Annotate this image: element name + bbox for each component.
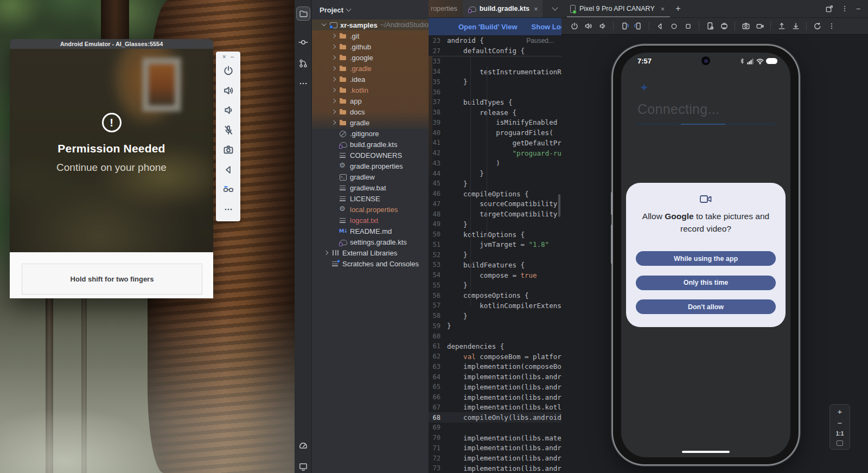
emulator-window-title: Android Emulator - AI_Glasses:5554 <box>10 39 213 49</box>
tree-item[interactable]: LICENSE <box>312 193 429 204</box>
tree-item[interactable]: gradlew.bat <box>312 182 429 193</box>
close-icon[interactable]: × <box>222 53 226 61</box>
tree-item[interactable]: xr-samples ~/AndroidStudioProje <box>312 20 429 30</box>
volume-up-button[interactable] <box>219 81 238 101</box>
dont-allow-button[interactable]: Don't allow <box>636 299 776 314</box>
back-button[interactable] <box>219 160 238 180</box>
file-type-icon <box>339 184 347 191</box>
camera-button[interactable] <box>219 140 238 160</box>
device-power-button[interactable] <box>568 20 580 33</box>
more-tool-windows-icon[interactable] <box>297 77 310 90</box>
videocam-icon <box>626 183 786 204</box>
tree-item[interactable]: Scratches and Consoles <box>312 258 429 269</box>
tree-item[interactable]: External Libraries <box>312 247 429 258</box>
running-devices-tool-button[interactable] <box>297 460 310 473</box>
tree-item[interactable]: logcat.txt <box>312 215 429 226</box>
minimize-icon[interactable]: − <box>230 53 234 61</box>
profiler-tool-button[interactable] <box>297 439 310 452</box>
restore-snapshot-button[interactable] <box>811 20 824 33</box>
tree-item[interactable]: app <box>312 95 429 106</box>
chevron-icon[interactable] <box>331 99 336 104</box>
close-device-tab-icon[interactable]: × <box>659 5 667 13</box>
emulator-screen[interactable]: ! Permission Needed Continue on your pho… <box>10 49 213 252</box>
show-log-in-finder-link[interactable]: Show Log in Finder <box>532 23 561 31</box>
tree-item[interactable]: .google <box>312 52 429 63</box>
tree-item[interactable]: settings.gradle.kts <box>312 237 429 247</box>
open-build-view-link[interactable]: Open 'Build' View <box>458 23 518 31</box>
zoom-in-button[interactable]: + <box>838 408 843 416</box>
zoom-out-button[interactable]: − <box>838 419 843 427</box>
tree-item[interactable]: .gradle <box>312 63 429 74</box>
chevron-icon[interactable] <box>322 23 327 28</box>
chevron-icon[interactable] <box>331 55 336 60</box>
zoom-1to1-button[interactable]: 1:1 <box>836 431 844 437</box>
tree-item[interactable]: .kotlin <box>312 85 429 95</box>
chevron-icon[interactable] <box>331 44 336 49</box>
device-volume-up-button[interactable] <box>582 20 595 33</box>
home-indicator[interactable] <box>682 451 730 453</box>
save-button[interactable] <box>789 20 802 33</box>
while-using-app-button[interactable]: While using the app <box>636 251 776 266</box>
chevron-icon[interactable] <box>331 110 336 114</box>
mic-off-icon[interactable] <box>219 120 238 140</box>
chevron-icon[interactable] <box>331 34 336 39</box>
mirror-device-button[interactable] <box>718 20 730 33</box>
project-panel-header[interactable]: Project <box>312 0 429 20</box>
tree-item[interactable]: local.properties <box>312 204 429 215</box>
code-line: 45 } <box>429 178 561 189</box>
tab-build-gradle-kts[interactable]: build.gradle.kts × <box>463 0 542 17</box>
kebab-menu-icon[interactable] <box>841 5 848 12</box>
phone-screen[interactable]: 7:57 Connecting... <box>621 53 790 457</box>
device-settings-button[interactable] <box>704 20 716 33</box>
editor-scrollbar[interactable] <box>558 194 560 217</box>
code-line: 70 implementation(libs.mate <box>429 433 561 443</box>
close-tab-icon[interactable]: × <box>533 5 538 13</box>
chevron-icon[interactable] <box>324 251 329 255</box>
pull-requests-tool-button[interactable] <box>297 57 310 70</box>
minimize-panel-icon[interactable]: − <box>856 4 860 13</box>
tree-item[interactable]: .github <box>312 41 429 52</box>
more-options-icon[interactable] <box>219 200 238 220</box>
chevron-icon[interactable] <box>331 88 336 93</box>
glasses-icon[interactable] <box>219 180 238 200</box>
chevron-icon[interactable] <box>331 77 336 82</box>
android-home-button[interactable] <box>668 20 680 33</box>
hidden-tabs-dropdown[interactable] <box>553 0 561 17</box>
tree-item[interactable]: .git <box>312 30 429 41</box>
zoom-fit-button[interactable] <box>837 440 843 446</box>
commit-tool-button[interactable] <box>297 36 310 49</box>
tree-item[interactable]: build.gradle.kts <box>312 139 429 150</box>
file-type-icon <box>339 86 347 94</box>
rotate-left-button[interactable] <box>618 20 630 33</box>
only-this-time-button[interactable]: Only this time <box>636 276 776 290</box>
code-text: targetCompatibility <box>447 210 557 218</box>
tab-gradle-properties[interactable]: roperties <box>429 0 463 17</box>
chevron-icon[interactable] <box>331 120 336 125</box>
power-button[interactable] <box>219 61 238 81</box>
tree-item[interactable]: docs <box>312 106 429 117</box>
tree-item[interactable]: .idea <box>312 74 429 85</box>
chevron-icon[interactable] <box>331 66 336 71</box>
device-tab[interactable]: Pixel 9 Pro API CANARY × <box>567 0 670 17</box>
tree-item[interactable]: .gitignore <box>312 128 429 139</box>
tree-item[interactable]: gradlew <box>312 171 429 182</box>
android-back-button[interactable] <box>654 20 666 33</box>
tree-item[interactable]: CODEOWNERS <box>312 150 429 161</box>
project-tool-button[interactable] <box>297 7 310 20</box>
tree-item[interactable]: README.md <box>312 226 429 237</box>
screenshot-button[interactable] <box>739 20 752 33</box>
screen-record-button[interactable] <box>754 20 766 33</box>
volume-down-button[interactable] <box>219 100 238 120</box>
toolbar-kebab-icon[interactable] <box>825 20 838 33</box>
open-in-new-window-icon[interactable] <box>825 5 833 13</box>
android-overview-button[interactable] <box>682 20 694 33</box>
add-device-tab-icon[interactable]: + <box>670 4 686 14</box>
share-button[interactable] <box>775 20 788 33</box>
tree-item[interactable]: gradle <box>312 117 429 128</box>
code-area[interactable]: 33 34 testInstrumentationR 35 } <box>429 56 561 473</box>
device-volume-down-button[interactable] <box>596 20 609 33</box>
file-type-icon <box>339 130 347 137</box>
tree-item[interactable]: gradle.properties <box>312 161 429 171</box>
alert-circle-icon: ! <box>102 113 122 132</box>
rotate-right-button[interactable] <box>632 20 644 33</box>
